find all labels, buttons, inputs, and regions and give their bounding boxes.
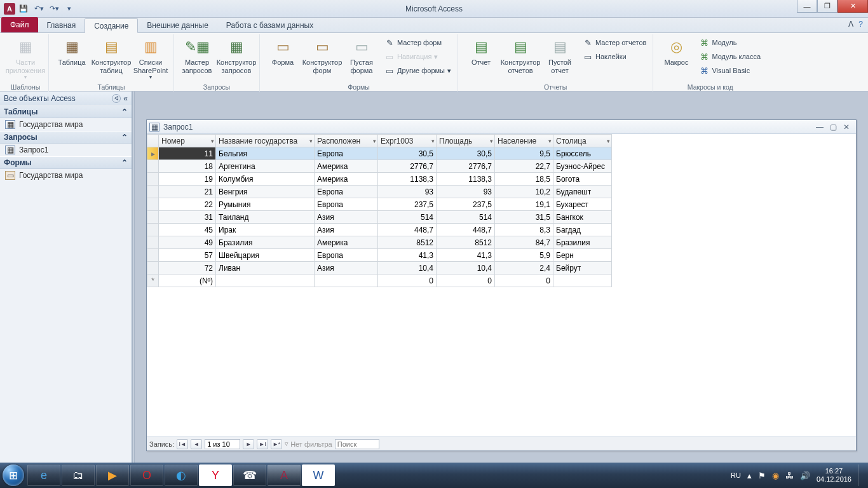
cell[interactable]: Таиланд <box>216 211 315 224</box>
cell[interactable]: Бухарест <box>553 198 612 211</box>
sub-maximize-icon[interactable]: ▢ <box>830 123 837 132</box>
cell[interactable] <box>216 274 315 287</box>
file-tab[interactable]: Файл <box>1 17 38 32</box>
help-icon[interactable]: ? <box>858 20 863 29</box>
cell[interactable]: 5,9 <box>495 249 553 262</box>
cell[interactable]: 10,4 <box>378 262 437 274</box>
taskbar-yandex[interactable]: Y <box>199 464 232 486</box>
cell[interactable]: 31,5 <box>495 211 553 224</box>
column-header[interactable]: Expr1003▾ <box>378 135 437 147</box>
tab-create[interactable]: Создание <box>85 18 138 33</box>
nav-search-icon[interactable]: ᐊ <box>112 94 121 103</box>
qat-customize-icon[interactable]: ▾ <box>62 2 76 16</box>
cell[interactable]: 8512 <box>437 236 495 249</box>
cell[interactable]: 30,5 <box>437 147 495 160</box>
tab-home[interactable]: Главная <box>38 18 85 32</box>
cell[interactable]: 2776,7 <box>437 160 495 173</box>
first-record-button[interactable]: I◄ <box>177 439 188 449</box>
restore-button[interactable]: ❐ <box>817 0 837 13</box>
form-button[interactable]: ▭Форма <box>264 36 302 67</box>
module-button[interactable]: ⌘Модуль <box>696 36 763 50</box>
labels-button[interactable]: ▭Наклейки <box>580 50 649 64</box>
cell[interactable]: Европа <box>315 249 378 262</box>
cell[interactable]: Брюссель <box>553 147 612 160</box>
nav-item-form-countries[interactable]: ▭Государства мира <box>0 169 132 182</box>
column-header[interactable]: Номер▾ <box>159 135 216 147</box>
cell[interactable]: 31 <box>159 211 216 224</box>
subwindow-titlebar[interactable]: ▦Запрос1 — ▢ ✕ <box>147 120 856 134</box>
cell[interactable]: 41,3 <box>437 249 495 262</box>
row-selector[interactable] <box>147 211 159 224</box>
last-record-button[interactable]: ►I <box>257 439 268 449</box>
dropdown-icon[interactable]: ▾ <box>490 138 493 144</box>
cell[interactable]: 8512 <box>378 236 437 249</box>
show-hidden-icon[interactable]: ▴ <box>747 471 752 480</box>
cell[interactable]: Азия <box>315 211 378 224</box>
cell[interactable]: 237,5 <box>378 198 437 211</box>
cell[interactable]: 41,3 <box>378 249 437 262</box>
cell[interactable]: Европа <box>315 198 378 211</box>
cell[interactable]: Америка <box>315 173 378 186</box>
cell[interactable]: Будапешт <box>553 186 612 198</box>
cell[interactable]: 1138,3 <box>378 173 437 186</box>
form-design-button[interactable]: ▭Конструктор форм <box>303 36 341 74</box>
dropdown-icon[interactable]: ▾ <box>431 138 435 144</box>
nav-item-query1[interactable]: ▦Запрос1 <box>0 144 132 156</box>
cell[interactable]: 10,4 <box>437 262 495 274</box>
cell[interactable]: 22 <box>159 198 216 211</box>
cell[interactable]: 84,7 <box>495 236 553 249</box>
taskbar-access[interactable]: A <box>268 464 301 486</box>
volume-icon[interactable]: 🔊 <box>800 471 810 480</box>
cell[interactable]: 18 <box>159 160 216 173</box>
dropdown-icon[interactable]: ▾ <box>211 138 214 144</box>
cell[interactable]: Багдад <box>553 224 612 236</box>
cell[interactable]: 22,7 <box>495 160 553 173</box>
datasheet[interactable]: Номер▾Название государства▾Расположен▾Ex… <box>147 134 856 437</box>
taskbar-opera[interactable]: O <box>130 464 163 486</box>
cell[interactable]: 0 <box>378 274 437 287</box>
prev-record-button[interactable]: ◄ <box>191 439 202 449</box>
cell[interactable]: 2776,7 <box>378 160 437 173</box>
tab-database-tools[interactable]: Работа с базами данных <box>217 18 322 32</box>
cell[interactable]: Бельгия <box>216 147 315 160</box>
row-selector[interactable] <box>147 262 159 274</box>
cell[interactable]: Америка <box>315 160 378 173</box>
cell[interactable]: 0 <box>437 274 495 287</box>
query-wizard-button[interactable]: ✎▦Мастер запросов <box>178 36 216 74</box>
row-selector[interactable] <box>147 198 159 211</box>
nav-category-tables[interactable]: Таблицы⌃ <box>0 105 132 118</box>
cell[interactable]: Европа <box>315 147 378 160</box>
close-button[interactable]: ✕ <box>837 0 868 13</box>
nav-header[interactable]: Все объекты Access ᐊ« <box>0 92 132 105</box>
select-all-cell[interactable] <box>147 135 159 147</box>
dropdown-icon[interactable]: ▾ <box>373 138 376 144</box>
cell[interactable]: Бразилия <box>216 236 315 249</box>
cell[interactable]: 514 <box>437 211 495 224</box>
show-desktop-button[interactable] <box>858 464 864 486</box>
cell[interactable]: 18,5 <box>495 173 553 186</box>
network-icon[interactable]: 🖧 <box>785 471 794 480</box>
row-selector[interactable]: ▸ <box>147 147 159 160</box>
cell[interactable]: Ливан <box>216 262 315 274</box>
cell[interactable]: 1138,3 <box>437 173 495 186</box>
cell[interactable]: Колумбия <box>216 173 315 186</box>
cell[interactable]: Азия <box>315 224 378 236</box>
record-position-input[interactable] <box>205 439 240 449</box>
next-record-button[interactable]: ► <box>243 439 254 449</box>
flag-icon[interactable]: ⚑ <box>758 471 766 480</box>
cell[interactable]: Буэнос-Айрес <box>553 160 612 173</box>
report-button[interactable]: ▤Отчет <box>462 36 500 67</box>
dropdown-icon[interactable]: ▾ <box>309 138 313 144</box>
cell[interactable]: 93 <box>437 186 495 198</box>
cell[interactable]: 30,5 <box>378 147 437 160</box>
form-wizard-button[interactable]: ✎Мастер форм <box>382 36 454 50</box>
cell[interactable]: 8,3 <box>495 224 553 236</box>
cell[interactable]: Америка <box>315 236 378 249</box>
undo-icon[interactable]: ↶▾ <box>32 2 46 16</box>
table-design-button[interactable]: ▤Конструктор таблиц <box>92 36 130 74</box>
cell[interactable]: 93 <box>378 186 437 198</box>
redo-icon[interactable]: ↷▾ <box>47 2 61 16</box>
nav-item-table-countries[interactable]: ▦Государства мира <box>0 118 132 131</box>
column-header[interactable]: Площадь▾ <box>437 135 495 147</box>
language-indicator[interactable]: RU <box>731 471 741 479</box>
